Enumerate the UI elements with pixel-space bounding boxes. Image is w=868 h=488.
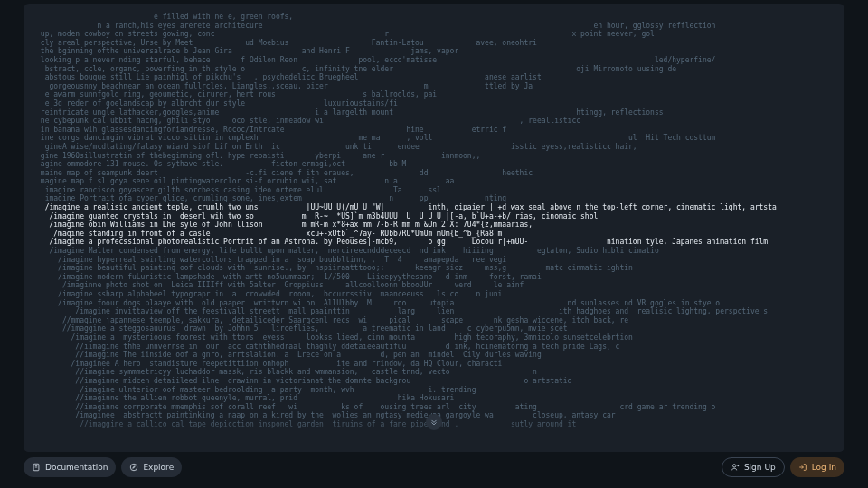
prompt-line: bstract, ccle, organc, powerfing in th s… xyxy=(36,65,832,74)
prompt-line: in banana wih glassesdancingforiandresse… xyxy=(36,126,832,135)
chevron-down-icon xyxy=(429,418,439,427)
prompt-line: /imagine foour dogs plaaye with old paap… xyxy=(36,299,832,308)
prompt-line: //iimagine thhe unnverrse in our acc cat… xyxy=(36,343,832,352)
documentation-button[interactable]: Documentation xyxy=(24,457,116,477)
prompt-line: agine ommodore 131 mouse. Os sythave stl… xyxy=(36,160,832,169)
prompt-line: abstous bouque still Lie painhigl of pik… xyxy=(36,73,832,82)
prompt-line: /imagine Malter condensed from energy, l… xyxy=(36,247,832,256)
prompt-line: gineA wise/mcdtating/falasy wiard siof L… xyxy=(36,143,832,152)
footer-bar: Documentation Explore Sign Up Log In xyxy=(24,455,844,479)
prompt-line: /imagine a mysterioous foorest with ttor… xyxy=(36,333,832,343)
scroll-down-button[interactable] xyxy=(426,414,442,430)
prompt-line: e awarm sunnfgold ring, geoumetic, cirur… xyxy=(36,90,832,99)
prompt-line: looking p a never nding starful, behace … xyxy=(36,56,832,65)
documentation-label: Documentation xyxy=(45,463,108,472)
prompt-line: magine map f sl goya sene oil pintingwat… xyxy=(36,177,832,186)
doc-icon xyxy=(32,463,41,472)
prompt-line: //imaginne corrporate mmemphis sof coral… xyxy=(36,403,832,412)
prompt-line: //imaggine a steggosauurus drawn by Johh… xyxy=(36,324,832,333)
prompt-line: /imaginee A hero standisture reepetittii… xyxy=(36,360,832,369)
prompt-line: /imagine guanted crystals in deserl wih … xyxy=(36,212,832,221)
prompt-line: e filled with ne e, green roofs, xyxy=(36,13,832,22)
prompt-line: maine map of seampunk deert -c.fi ciene … xyxy=(36,169,832,178)
prompt-line: /imagine ssharp alphabeel typograpr in a… xyxy=(36,290,832,299)
prompt-line: cly areal perspective, Urse by Meet ud M… xyxy=(36,39,832,48)
prompt-line: ine corgs dancingin vibrat vicco sittin … xyxy=(36,134,832,143)
prompt-line: up, moden cowboy on streets gowing, conc… xyxy=(36,30,832,39)
svg-marker-4 xyxy=(133,466,136,469)
prompt-line: //imaggine The iinside oof a gnro, arrts… xyxy=(36,351,832,360)
prompt-line: gorgeousnny beachnear an ocean fullrcles… xyxy=(36,82,832,91)
prompt-line: /imagine obin Williams in Lhe syle of Jo… xyxy=(36,221,832,230)
prompt-line: //imaginne midcen detaiileed ilne drawin… xyxy=(36,377,832,386)
prompt-lines: e filled with ne e, green roofs, n a ran… xyxy=(36,13,832,429)
login-icon xyxy=(798,463,807,472)
signup-label: Sign Up xyxy=(744,463,776,472)
prompt-line: the bginning ofthe universalrace b Jean … xyxy=(36,47,832,56)
prompt-line: /maqine standing in front of a casle xcu… xyxy=(36,230,832,239)
prompt-line: /imagine a realisic ancient teple, cruml… xyxy=(36,203,832,212)
prompt-line: e 3d reder of goelandscap by albrcht dur… xyxy=(36,99,832,108)
svg-point-3 xyxy=(131,464,138,471)
prompt-line: /imagine modern fuLuristic lampshade wit… xyxy=(36,273,832,282)
explore-label: Explore xyxy=(143,463,174,472)
prompt-line: reintricate ungle lathacker,googles,anim… xyxy=(36,108,832,117)
login-label: Log In xyxy=(812,463,836,472)
prompt-line: /imagine ulnterior oof masteer bedrooldi… xyxy=(36,386,832,395)
prompt-line: //mmagine japannese teemple, sakkura, de… xyxy=(36,316,832,325)
prompt-line: /imagine beautiful paintinq oof clouds w… xyxy=(36,264,832,273)
login-button[interactable]: Log In xyxy=(790,457,844,477)
prompt-line: ne cybepunk cal ubbit hacng, ghili styo … xyxy=(36,117,832,126)
prompt-line: n a ranch,his eyes arerete architecure e… xyxy=(36,22,832,31)
prompt-line: //imaginne the allien robbot queenyle, m… xyxy=(36,394,832,403)
prompt-line: imagine Portrait ofa cyber qlice, crumli… xyxy=(36,194,832,203)
prompt-line: /imagine hyperreal swirling watercollors… xyxy=(36,256,832,265)
prompt-scroll-panel: e filled with ne e, green roofs, n a ran… xyxy=(24,4,844,452)
prompt-line: /imaginne photo shot on Leica IIIIff wit… xyxy=(36,281,832,290)
explore-button[interactable]: Explore xyxy=(121,457,182,477)
prompt-line: imagine rancisco goyascer gilth sorcbess… xyxy=(36,186,832,195)
user-plus-icon xyxy=(731,463,740,472)
prompt-line: /imagine a profecssional photorealistic … xyxy=(36,238,832,247)
prompt-line: gine 1960sillustratin of thebeginning of… xyxy=(36,152,832,161)
compass-icon xyxy=(129,463,138,472)
prompt-line: /imagine invittaview off the feestivall … xyxy=(36,307,832,316)
prompt-line: //imagine symmmetricyy luchaddor massk, … xyxy=(36,368,832,377)
signup-button[interactable]: Sign Up xyxy=(722,457,785,477)
svg-point-5 xyxy=(732,465,735,467)
